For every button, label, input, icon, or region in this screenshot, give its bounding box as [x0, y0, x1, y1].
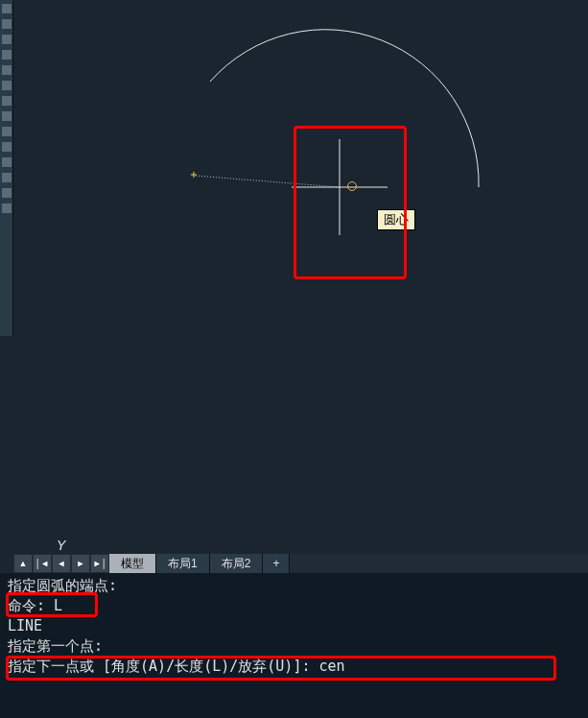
tool-icon[interactable]: [2, 203, 12, 213]
command-window[interactable]: 指定圆弧的端点: 命令: L LINE 指定第一个点: 指定下一点或 [角度(A…: [0, 573, 588, 718]
drawing-svg: [13, 0, 588, 557]
tool-icon[interactable]: [2, 173, 12, 182]
tab-layout2[interactable]: 布局2: [210, 554, 264, 573]
cmd-history-line: 指定圆弧的端点:: [8, 576, 580, 596]
tool-icon[interactable]: [2, 81, 12, 90]
tab-last-icon[interactable]: ►│: [91, 555, 108, 572]
center-snap-marker: [347, 181, 357, 191]
crosshair-cursor: [292, 139, 388, 235]
tab-prev-icon[interactable]: ◄: [53, 555, 70, 572]
tab-first-icon[interactable]: │◄: [34, 555, 51, 572]
tool-palette: [0, 0, 13, 336]
tab-add[interactable]: +: [263, 554, 290, 573]
tool-icon[interactable]: [2, 50, 12, 60]
cmd-history-line: 命令: L: [8, 596, 580, 616]
tab-next-icon[interactable]: ►: [72, 555, 89, 572]
tab-model[interactable]: 模型: [109, 554, 156, 573]
cmd-prompt-line[interactable]: 指定下一点或 [角度(A)/长度(L)/放弃(U)]: cen: [8, 657, 580, 677]
tool-icon[interactable]: [2, 35, 12, 44]
tool-icon[interactable]: [2, 142, 12, 152]
tool-icon[interactable]: [2, 111, 12, 121]
tool-icon[interactable]: [2, 4, 12, 13]
tool-icon[interactable]: [2, 188, 12, 198]
tab-layout1[interactable]: 布局1: [156, 554, 210, 573]
arc-entity: [210, 30, 479, 187]
drawing-canvas[interactable]: 圆心 X Y: [13, 0, 588, 557]
layout-tab-bar: ▲ │◄ ◄ ► ►│ 模型 布局1 布局2 +: [13, 554, 588, 573]
tab-toggle-icon[interactable]: ▲: [14, 555, 32, 572]
ucs-y-label: Y: [57, 538, 65, 553]
rubber-band-line: [196, 176, 340, 187]
tool-icon[interactable]: [2, 19, 12, 29]
tool-icon[interactable]: [2, 65, 12, 75]
tool-icon[interactable]: [2, 157, 12, 167]
tool-icon[interactable]: [2, 96, 12, 106]
tool-icon[interactable]: [2, 127, 12, 136]
snap-tooltip: 圆心: [377, 209, 415, 230]
cmd-history-line: LINE: [8, 616, 580, 636]
cmd-history-line: 指定第一个点:: [8, 636, 580, 657]
